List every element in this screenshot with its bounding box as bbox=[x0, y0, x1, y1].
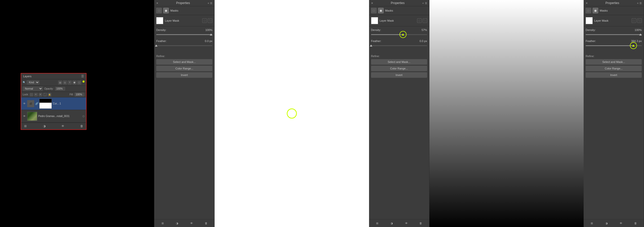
filter-adjust-icon[interactable]: ◎ bbox=[63, 81, 67, 85]
layers-delete-icon[interactable]: 🗑 bbox=[79, 124, 84, 128]
layers-panel-header: Layers ☰ bbox=[21, 73, 86, 79]
lock-all-icon[interactable]: 🔒 bbox=[48, 93, 51, 96]
panel-2-delete-icon[interactable]: 🗑 bbox=[419, 221, 423, 225]
color-range-btn-3[interactable]: Color Range... bbox=[586, 66, 642, 71]
color-range-btn-2[interactable]: Color Range... bbox=[371, 66, 427, 71]
feather-slider-1[interactable] bbox=[156, 44, 212, 48]
filter-pixel-icon[interactable]: ▤ bbox=[58, 81, 62, 85]
layer-mask-icon-btn-2[interactable]: ◼ bbox=[378, 8, 384, 13]
layer-item-photo[interactable]: 👁 Pedro Gramax...nstall_0031 ⬡ bbox=[21, 110, 86, 123]
filter-type-icon[interactable]: T bbox=[68, 81, 72, 85]
panel-3-menu[interactable]: ☰ bbox=[639, 2, 642, 5]
feather-slider-bg-1 bbox=[156, 45, 212, 46]
density-label-2: Density: bbox=[371, 28, 381, 31]
panel-2-menu[interactable]: ☰ bbox=[425, 2, 427, 5]
density-slider-thumb-3[interactable] bbox=[639, 33, 642, 35]
feather-value-2: 0.0 px bbox=[420, 40, 427, 43]
mask-select-icon-3[interactable]: ⬚ bbox=[632, 18, 636, 23]
layer-mask-left-1: Layer Mask bbox=[156, 17, 179, 24]
select-mask-btn-3[interactable]: Select and Mask... bbox=[586, 59, 642, 65]
layers-kind-dropdown[interactable]: Kind bbox=[27, 80, 39, 85]
panel-3-delete-icon[interactable]: 🗑 bbox=[633, 221, 638, 225]
panel-2-add-icon[interactable]: ⊞ bbox=[375, 221, 380, 225]
feather-slider-thumb-2[interactable] bbox=[370, 45, 372, 47]
panel-3-layer-mask: Layer Mask ⬚ ⬛ bbox=[584, 15, 644, 26]
layers-panel-title: Layers bbox=[23, 75, 31, 78]
panel-3-view-icon[interactable]: 👁 bbox=[619, 221, 623, 225]
panel-2-layer-mask: Layer Mask ⬚ ⬛ bbox=[369, 15, 429, 26]
feather-slider-bg-3 bbox=[586, 45, 642, 46]
mask-select-icon[interactable]: ⬚ bbox=[202, 18, 207, 23]
panel-2-masks-tab: ⬚ ◼ Masks bbox=[369, 6, 429, 15]
layers-search-icon: 🔍 bbox=[23, 81, 26, 84]
panel-1-view-icon[interactable]: 👁 bbox=[189, 221, 194, 225]
layers-visibility-icon[interactable]: 👁 bbox=[61, 124, 65, 128]
feather-slider-3[interactable] bbox=[586, 44, 642, 48]
panel-1-add-icon[interactable]: ⊞ bbox=[160, 221, 165, 225]
layers-panel: Layers ☰ 🔍 Kind ▤ ◎ T ⬟ ⬡ bbox=[21, 73, 87, 130]
layer-mask-row-3: Layer Mask ⬚ ⬛ bbox=[586, 17, 642, 24]
lock-pixels-icon[interactable]: ✏ bbox=[34, 93, 38, 96]
mask-apply-icon-3[interactable]: ⬛ bbox=[637, 18, 642, 23]
mask-apply-icon[interactable]: ⬛ bbox=[208, 18, 212, 23]
canvas-3 bbox=[429, 0, 584, 227]
layers-menu-icon[interactable]: ☰ bbox=[81, 74, 84, 78]
pixel-mask-icon-btn[interactable]: ⬚ bbox=[156, 8, 162, 13]
panel-3-add-icon[interactable]: ⊞ bbox=[590, 221, 594, 225]
layer-mask-row-2: Layer Mask ⬚ ⬛ bbox=[371, 17, 427, 24]
panel-1-link-icon[interactable]: ◑ bbox=[175, 221, 179, 225]
layer-mask-icon-btn[interactable]: ◼ bbox=[163, 8, 169, 13]
panel-2-collapse[interactable]: « bbox=[422, 2, 424, 5]
color-range-btn-1[interactable]: Color Range... bbox=[156, 66, 212, 71]
density-slider-thumb-1[interactable] bbox=[210, 33, 212, 35]
invert-btn-1[interactable]: Invert bbox=[156, 72, 212, 78]
panel-2-close[interactable]: ✕ bbox=[371, 2, 373, 5]
density-slider-1[interactable] bbox=[156, 32, 212, 36]
mask-select-icon-2[interactable]: ⬚ bbox=[417, 18, 422, 23]
mask-apply-icon-2[interactable]: ⬛ bbox=[423, 18, 427, 23]
pixel-mask-icon-btn-2[interactable]: ⬚ bbox=[371, 8, 377, 13]
panel-2-link-icon[interactable]: ◑ bbox=[389, 221, 394, 225]
panel-1-refine: Refine: Select and Mask... Color Range..… bbox=[154, 53, 214, 81]
layers-new-fill-icon[interactable]: ◑ bbox=[42, 124, 47, 128]
density-slider-bg-1 bbox=[156, 34, 212, 35]
panel-3-bottom-bar: ⊞ ◑ 👁 🗑 bbox=[584, 219, 644, 227]
properties-panel-1: ✕ Properties « ☰ ⬚ ◼ Masks Layer Mask bbox=[154, 0, 215, 227]
masks-label-1: Masks bbox=[170, 9, 178, 12]
select-mask-btn-1[interactable]: Select and Mask... bbox=[156, 59, 212, 65]
blend-mode-dropdown[interactable]: Normal bbox=[23, 87, 43, 91]
panel-1-menu[interactable]: ☰ bbox=[210, 2, 212, 5]
panel-3-link-icon[interactable]: ◑ bbox=[604, 221, 609, 225]
layers-filter-icons: ▤ ◎ T ⬟ ⬡ bbox=[58, 81, 85, 85]
lock-position-icon[interactable]: ✛ bbox=[39, 93, 42, 96]
panel-3-close[interactable]: ✕ bbox=[586, 2, 588, 5]
feather-slider-2[interactable] bbox=[371, 44, 427, 48]
lock-transparency-icon[interactable]: ⬚ bbox=[30, 93, 33, 96]
panel-3-sliders: Density: 100% Feather: 384.3 px bbox=[584, 26, 644, 53]
layer-mask-icon-btn-3[interactable]: ◼ bbox=[593, 8, 598, 13]
density-slider-2[interactable] bbox=[371, 32, 427, 36]
layer-visibility-photo[interactable]: 👁 bbox=[23, 115, 26, 118]
lock-artboard-icon[interactable]: ⬛ bbox=[43, 93, 47, 96]
panel-2-view-icon[interactable]: 👁 bbox=[404, 221, 409, 225]
density-slider-3[interactable] bbox=[586, 32, 642, 36]
pixel-mask-icon-btn-3[interactable]: ⬚ bbox=[586, 8, 591, 13]
layers-new-group-icon[interactable]: ⊞ bbox=[23, 124, 28, 128]
panel-3-collapse[interactable]: « bbox=[637, 2, 638, 5]
filter-smart-icon[interactable]: ⬡ bbox=[77, 81, 81, 85]
invert-btn-2[interactable]: Invert bbox=[371, 72, 427, 78]
panel-3-refine: Refine: Select and Mask... Color Range..… bbox=[584, 53, 644, 81]
layer-item-curves[interactable]: 👁 ⬛ 🔗 Cur... 1 bbox=[21, 97, 86, 110]
panel-1-bottom-bar: ⊞ ◑ 👁 🗑 bbox=[154, 219, 214, 227]
panel-1-close[interactable]: ✕ bbox=[156, 2, 158, 5]
feather-slider-thumb-1[interactable] bbox=[155, 45, 157, 47]
filter-shape-icon[interactable]: ⬟ bbox=[72, 81, 76, 85]
density-slider-row-3: Density: 100% bbox=[586, 28, 642, 36]
layer-visibility-curves[interactable]: 👁 bbox=[23, 102, 26, 105]
panel-1-collapse[interactable]: « bbox=[208, 2, 209, 5]
select-mask-btn-2[interactable]: Select and Mask... bbox=[371, 59, 427, 65]
panel-1-delete-icon[interactable]: 🗑 bbox=[204, 221, 208, 225]
feather-label-row-2: Feather: 0.0 px bbox=[371, 40, 427, 43]
invert-btn-3[interactable]: Invert bbox=[586, 72, 642, 78]
layer-mask-label-2: Layer Mask bbox=[380, 19, 394, 22]
